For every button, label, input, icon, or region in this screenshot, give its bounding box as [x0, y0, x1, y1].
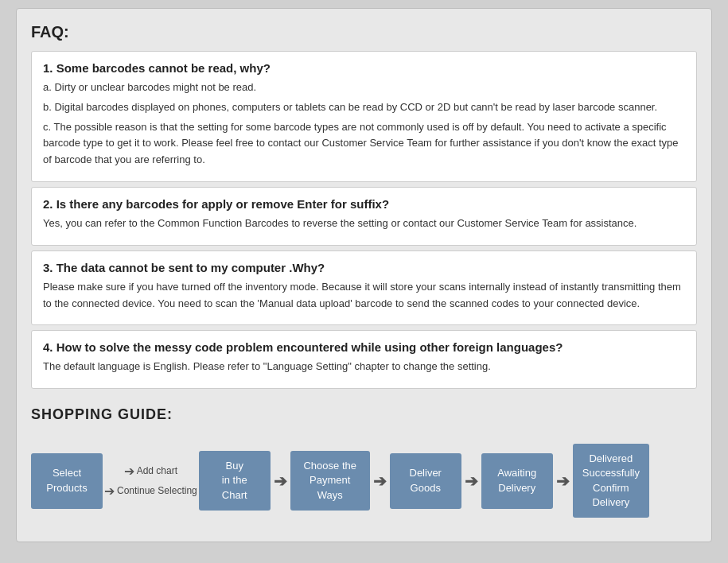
arrow-continue-icon: ➔: [104, 483, 115, 499]
step-buy-chart: Buy in the Chart: [199, 451, 271, 511]
faq-item-1: 1. Some barcodes cannot be read, why? a.…: [31, 51, 697, 182]
faq-answer-4: The default language is English. Please …: [43, 359, 685, 375]
arrow-3: ➔: [373, 472, 387, 491]
faq-answer-2: Yes, you can refer to the Common Functio…: [43, 215, 685, 232]
main-container: FAQ: 1. Some barcodes cannot be read, wh…: [16, 8, 712, 542]
shopping-guide-title: SHOPPING GUIDE:: [31, 406, 697, 423]
faq-item-4: 4. How to solve the messy code problem e…: [31, 330, 697, 389]
sub-arrow-row-continue: ➔ Continue Selecting: [104, 483, 197, 499]
arrow-add-icon: ➔: [124, 464, 134, 479]
faq-question-3: 3. The data cannot be sent to my compute…: [43, 261, 685, 274]
step-choose-payment: Choose the Payment Ways: [290, 451, 370, 511]
faq-answer-1-b: b. Digital barcodes displayed on phones,…: [43, 99, 685, 116]
faq-answer-3-a: Please make sure if you have turned off …: [43, 279, 685, 313]
faq-answer-1: a. Dirty or unclear barcodes might not b…: [43, 80, 685, 169]
faq-item-3: 3. The data cannot be sent to my compute…: [31, 250, 697, 326]
faq-title: FAQ:: [31, 23, 697, 41]
faq-question-4: 4. How to solve the messy code problem e…: [43, 340, 685, 354]
arrow-2: ➔: [274, 472, 287, 491]
faq-answer-2-a: Yes, you can refer to the Common Functio…: [43, 215, 685, 232]
faq-item-2: 2. Is there any barcodes for apply or re…: [31, 187, 697, 246]
step-delivered: Delivered Successfully Confirm Delivery: [573, 444, 649, 518]
sub-label-continue: Continue Selecting: [117, 485, 197, 496]
faq-answer-3: Please make sure if you have turned off …: [43, 279, 685, 313]
sub-arrows-1: ➔ Add chart ➔ Continue Selecting: [104, 464, 197, 499]
faq-section: 1. Some barcodes cannot be read, why? a.…: [31, 51, 697, 389]
faq-answer-1-a: a. Dirty or unclear barcodes might not b…: [43, 80, 685, 96]
faq-answer-1-c: c. The possible reason is that the setti…: [43, 119, 685, 169]
faq-question-1: 1. Some barcodes cannot be read, why?: [43, 61, 685, 75]
sub-label-add: Add chart: [137, 465, 177, 476]
sub-arrow-row-add: ➔ Add chart: [124, 464, 177, 479]
step-select-products: Select Products: [31, 453, 103, 509]
faq-question-2: 2. Is there any barcodes for apply or re…: [43, 197, 685, 211]
arrow-4: ➔: [465, 472, 478, 491]
arrow-5: ➔: [556, 472, 570, 491]
faq-answer-4-a: The default language is English. Please …: [43, 359, 685, 375]
step-awaiting-delivery: Awaiting Delivery: [481, 453, 553, 509]
step-deliver-goods: Deliver Goods: [390, 453, 461, 509]
shopping-guide: Select Products ➔ Add chart ➔ Continue S…: [31, 436, 697, 526]
